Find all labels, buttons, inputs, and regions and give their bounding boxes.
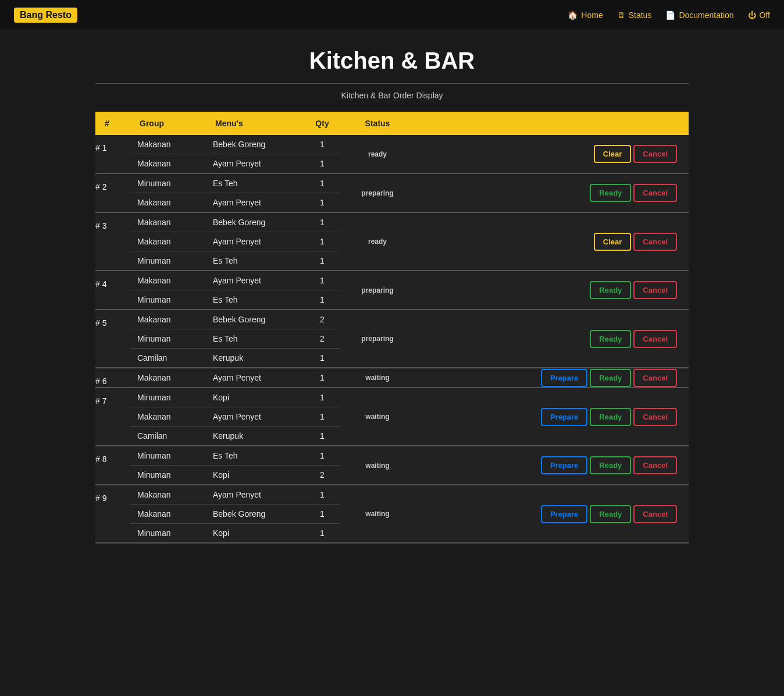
ready-button[interactable]: Ready bbox=[590, 456, 631, 474]
order-number: # 2 bbox=[95, 173, 130, 212]
cancel-button[interactable]: Cancel bbox=[633, 408, 677, 426]
cancel-button[interactable]: Cancel bbox=[633, 456, 677, 474]
order-tbody: # 1MakananBebek Goreng1readyClearCancelM… bbox=[95, 135, 689, 543]
cancel-button[interactable]: Cancel bbox=[633, 281, 677, 299]
item-menu: Ayam Penyet bbox=[206, 368, 305, 388]
order-actions: PrepareReadyCancel bbox=[415, 368, 689, 388]
order-number: # 7 bbox=[95, 388, 130, 446]
order-number: # 4 bbox=[95, 271, 130, 310]
item-group: Makanan bbox=[130, 485, 206, 505]
item-qty: 1 bbox=[305, 388, 340, 407]
clear-button[interactable]: Clear bbox=[594, 233, 632, 251]
nav-status[interactable]: 🖥 Status bbox=[617, 10, 652, 20]
item-group: Makanan bbox=[130, 271, 206, 290]
order-number: # 1 bbox=[95, 135, 130, 173]
table-row: # 7MinumanKopi1waitingPrepareReadyCancel bbox=[95, 388, 689, 407]
order-actions: ReadyCancel bbox=[415, 310, 689, 368]
item-menu: Bebek Goreng bbox=[206, 212, 305, 232]
main-content: Kitchen & BAR Kitchen & Bar Order Displa… bbox=[84, 30, 700, 561]
order-number: # 6 bbox=[95, 368, 130, 388]
table-row: # 4MakananAyam Penyet1preparingReadyCanc… bbox=[95, 271, 689, 290]
item-group: Minuman bbox=[130, 290, 206, 310]
order-actions: ReadyCancel bbox=[415, 271, 689, 310]
item-group: Camilan bbox=[130, 349, 206, 368]
item-qty: 2 bbox=[305, 329, 340, 349]
order-status: waiting bbox=[340, 368, 415, 388]
item-qty: 1 bbox=[305, 271, 340, 290]
item-qty: 2 bbox=[305, 310, 340, 329]
item-qty: 1 bbox=[305, 193, 340, 213]
item-qty: 1 bbox=[305, 349, 340, 368]
item-qty: 1 bbox=[305, 446, 340, 466]
nav-home[interactable]: 🏠 Home bbox=[568, 10, 603, 20]
item-group: Makanan bbox=[130, 505, 206, 524]
col-header-num: # bbox=[95, 112, 130, 135]
col-header-status: Status bbox=[340, 112, 415, 135]
order-status: preparing bbox=[340, 173, 415, 212]
ready-button[interactable]: Ready bbox=[590, 505, 631, 523]
item-menu: Ayam Penyet bbox=[206, 271, 305, 290]
ready-button[interactable]: Ready bbox=[590, 184, 631, 202]
prepare-button[interactable]: Prepare bbox=[541, 369, 587, 387]
nav-off[interactable]: ⏻ Off bbox=[748, 10, 770, 20]
order-number: # 9 bbox=[95, 485, 130, 543]
item-menu: Kopi bbox=[206, 466, 305, 485]
item-qty: 1 bbox=[305, 154, 340, 174]
col-header-actions bbox=[415, 112, 689, 135]
title-divider bbox=[95, 83, 689, 84]
cancel-button[interactable]: Cancel bbox=[633, 233, 677, 251]
item-menu: Bebek Goreng bbox=[206, 135, 305, 154]
ready-button[interactable]: Ready bbox=[590, 330, 631, 348]
cancel-button[interactable]: Cancel bbox=[633, 145, 677, 163]
order-number: # 8 bbox=[95, 446, 130, 485]
cancel-button[interactable]: Cancel bbox=[633, 330, 677, 348]
order-actions: ClearCancel bbox=[415, 212, 689, 271]
order-actions: PrepareReadyCancel bbox=[415, 446, 689, 485]
cancel-button[interactable]: Cancel bbox=[633, 184, 677, 202]
col-header-menus: Menu's bbox=[206, 112, 305, 135]
item-qty: 1 bbox=[305, 173, 340, 193]
order-status: preparing bbox=[340, 310, 415, 368]
item-group: Makanan bbox=[130, 232, 206, 251]
page-subtitle: Kitchen & Bar Order Display bbox=[95, 91, 689, 100]
item-group: Makanan bbox=[130, 368, 206, 388]
item-menu: Ayam Penyet bbox=[206, 193, 305, 213]
prepare-button[interactable]: Prepare bbox=[541, 456, 587, 474]
item-group: Makanan bbox=[130, 212, 206, 232]
table-row: # 5MakananBebek Goreng2preparingReadyCan… bbox=[95, 310, 689, 329]
nav-documentation[interactable]: 📄 Documentation bbox=[665, 10, 733, 20]
order-status: ready bbox=[340, 212, 415, 271]
item-menu: Ayam Penyet bbox=[206, 154, 305, 174]
table-row: # 6MakananAyam Penyet1waitingPrepareRead… bbox=[95, 368, 689, 388]
prepare-button[interactable]: Prepare bbox=[541, 505, 587, 523]
nav-links: 🏠 Home 🖥 Status 📄 Documentation ⏻ Off bbox=[568, 10, 770, 20]
order-number: # 5 bbox=[95, 310, 130, 368]
status-icon: 🖥 bbox=[617, 10, 625, 20]
col-header-qty: Qty bbox=[305, 112, 340, 135]
ready-button[interactable]: Ready bbox=[590, 281, 631, 299]
item-menu: Bebek Goreng bbox=[206, 505, 305, 524]
page-title: Kitchen & BAR bbox=[95, 48, 689, 74]
prepare-button[interactable]: Prepare bbox=[541, 408, 587, 426]
item-menu: Kerupuk bbox=[206, 427, 305, 446]
item-group: Minuman bbox=[130, 446, 206, 466]
clear-button[interactable]: Clear bbox=[594, 145, 632, 163]
item-qty: 1 bbox=[305, 212, 340, 232]
item-menu: Kerupuk bbox=[206, 349, 305, 368]
table-row: # 1MakananBebek Goreng1readyClearCancel bbox=[95, 135, 689, 154]
cancel-button[interactable]: Cancel bbox=[633, 505, 677, 523]
ready-button[interactable]: Ready bbox=[590, 408, 631, 426]
item-group: Minuman bbox=[130, 524, 206, 544]
item-menu: Ayam Penyet bbox=[206, 407, 305, 427]
item-qty: 1 bbox=[305, 485, 340, 505]
item-group: Makanan bbox=[130, 310, 206, 329]
order-status: waiting bbox=[340, 446, 415, 485]
item-qty: 1 bbox=[305, 368, 340, 388]
item-group: Minuman bbox=[130, 251, 206, 271]
brand-logo[interactable]: Bang Resto bbox=[14, 8, 77, 23]
ready-button[interactable]: Ready bbox=[590, 369, 631, 387]
item-qty: 1 bbox=[305, 407, 340, 427]
order-status: waiting bbox=[340, 485, 415, 543]
item-menu: Ayam Penyet bbox=[206, 485, 305, 505]
cancel-button[interactable]: Cancel bbox=[633, 369, 677, 387]
